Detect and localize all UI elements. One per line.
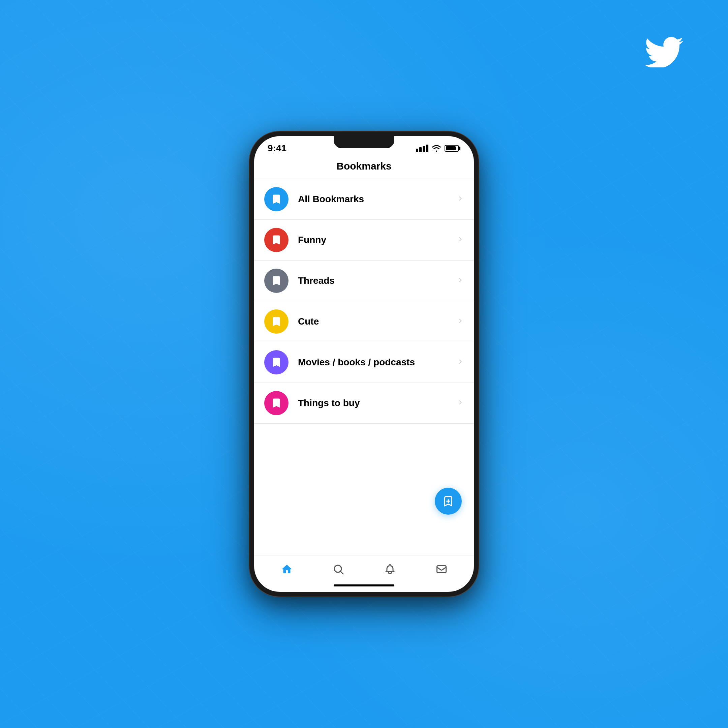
bookmark-icon-funny [264,228,289,252]
bookmark-icon-movies-books-podcasts [264,350,289,375]
bookmark-item-things-to-buy[interactable]: Things to buy [254,383,474,424]
phone-frame: 9:41 [249,132,479,596]
add-bookmark-fab[interactable] [435,488,462,515]
nav-notifications[interactable] [380,561,400,578]
bookmarks-list: All Bookmarks Funny Threads Cute [254,179,474,555]
twitter-logo [644,34,684,69]
wifi-icon [432,145,441,152]
battery-icon [445,145,460,151]
svg-line-3 [340,572,343,574]
bookmark-label-cute: Cute [298,316,457,327]
bookmark-icon-things-to-buy [264,391,289,415]
phone-notch [334,136,394,148]
bookmark-label-things-to-buy: Things to buy [298,398,457,408]
bookmark-icon-cute [264,309,289,334]
bookmark-label-movies-books-podcasts: Movies / books / podcasts [298,357,457,368]
status-icons [416,145,460,152]
bookmark-chevron-things-to-buy [457,398,464,408]
signal-icon [416,145,428,152]
bookmark-chevron-all-bookmarks [457,194,464,204]
bottom-nav [254,555,474,584]
nav-search[interactable] [328,561,349,578]
bookmark-item-funny[interactable]: Funny [254,220,474,260]
nav-home[interactable] [277,561,297,578]
bookmark-item-movies-books-podcasts[interactable]: Movies / books / podcasts [254,342,474,383]
status-time: 9:41 [268,143,286,154]
svg-point-2 [334,565,341,572]
bookmark-label-threads: Threads [298,275,457,286]
bookmark-chevron-funny [457,235,464,245]
phone-screen: 9:41 [254,136,474,592]
bookmark-label-funny: Funny [298,235,457,245]
page-title: Bookmarks [336,161,391,171]
page-header: Bookmarks [254,157,474,179]
bookmark-item-threads[interactable]: Threads [254,260,474,301]
bookmark-chevron-threads [457,276,464,286]
bookmark-label-all-bookmarks: All Bookmarks [298,194,457,205]
bookmark-item-all-bookmarks[interactable]: All Bookmarks [254,179,474,220]
home-indicator [334,584,394,586]
bookmark-chevron-cute [457,317,464,326]
nav-messages[interactable] [431,561,452,578]
bookmark-icon-all-bookmarks [264,187,289,211]
bookmark-icon-threads [264,269,289,293]
bookmark-item-cute[interactable]: Cute [254,301,474,342]
bookmark-chevron-movies-books-podcasts [457,358,464,367]
